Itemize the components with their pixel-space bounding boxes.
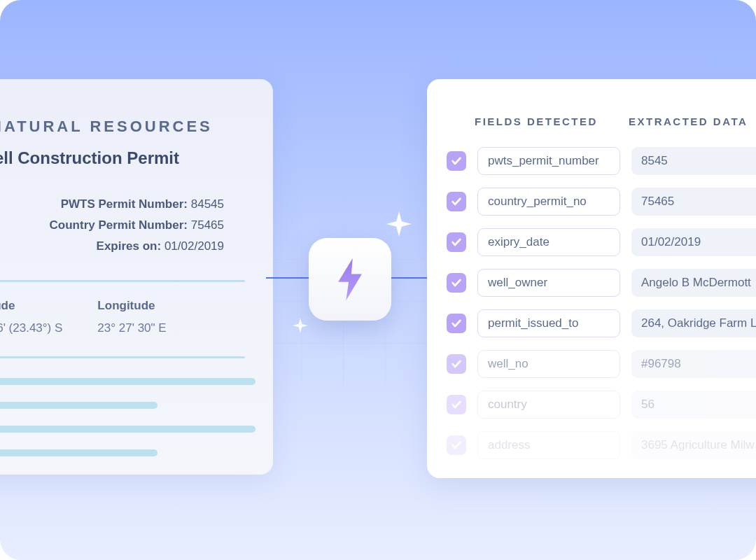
doc-title: ater Well Construction Permit <box>0 148 245 168</box>
col-value: 23° 27' 30" E <box>97 321 166 335</box>
extracted-data-header: EXTRACTED DATA <box>629 115 748 127</box>
field-value[interactable]: 56 <box>631 391 756 419</box>
field-checkbox[interactable] <box>447 435 466 455</box>
field-name[interactable]: address <box>477 431 620 459</box>
check-icon <box>451 399 462 410</box>
field-checkbox[interactable] <box>447 151 466 171</box>
field-value[interactable]: 8545 <box>631 147 756 175</box>
field-name[interactable]: well_owner <box>477 269 620 297</box>
meta-value: 75465 <box>191 218 224 232</box>
field-name[interactable]: country <box>477 391 620 419</box>
doc-meta-row: Country Permit Number: 75465 <box>0 218 224 232</box>
field-checkbox[interactable] <box>447 273 466 293</box>
field-name[interactable]: pwts_permit_number <box>477 147 620 175</box>
field-checkbox[interactable] <box>447 232 466 252</box>
extraction-card: FIELDS DETECTED EXTRACTED DATA pwts_perm… <box>427 79 756 478</box>
field-checkbox[interactable] <box>447 354 466 374</box>
skeleton-line <box>0 402 158 409</box>
field-name[interactable]: exipry_date <box>477 228 620 256</box>
extraction-row: well_no #96798 <box>447 350 756 378</box>
field-value[interactable]: 75465 <box>631 188 756 216</box>
extraction-row: pwts_permit_number 8545 <box>447 147 756 175</box>
col-header: Longitude <box>97 299 166 313</box>
meta-label: Expires on: <box>97 239 162 253</box>
field-name[interactable]: well_no <box>477 350 620 378</box>
skeleton-line <box>0 449 158 456</box>
extraction-row: country 56 <box>447 391 756 419</box>
field-value[interactable]: 264, Oakridge Farm L <box>631 309 756 337</box>
field-checkbox[interactable] <box>447 192 466 211</box>
extraction-row: country_permit_no 75465 <box>447 188 756 216</box>
doc-meta-row: Expires on: 01/02/2019 <box>0 239 224 253</box>
sparkle-icon <box>386 211 412 237</box>
separator <box>0 356 245 358</box>
skeleton-line <box>0 426 255 433</box>
extraction-row: permit_issued_to 264, Oakridge Farm L <box>447 309 756 337</box>
check-icon <box>451 196 462 207</box>
doc-meta-block: PWTS Permit Number: 84545 Country Permit… <box>0 197 245 253</box>
meta-label: PWTS Permit Number: <box>61 197 188 211</box>
meta-label: Country Permit Number: <box>50 218 188 232</box>
field-value[interactable]: Angelo B McDermott <box>631 269 756 297</box>
check-icon <box>451 237 462 248</box>
check-icon <box>451 155 462 167</box>
extraction-row: exipry_date 01/02/2019 <box>447 228 756 256</box>
fields-detected-header: FIELDS DETECTED <box>475 115 629 127</box>
doc-department-header: ENT OF NATURAL RESOURCES <box>0 118 245 136</box>
field-checkbox[interactable] <box>447 395 466 414</box>
extraction-row: address 3695 Agriculture Milw <box>447 431 756 459</box>
doc-col-longitude: Longitude 23° 27' 30" E <box>97 299 166 335</box>
check-icon <box>451 440 462 451</box>
field-name[interactable]: country_permit_no <box>477 188 620 216</box>
check-icon <box>451 318 462 329</box>
col-value: 23° 26' (23.43°) S <box>0 321 62 335</box>
separator <box>0 280 245 282</box>
meta-value: 01/02/2019 <box>164 239 224 253</box>
sparkle-icon <box>293 318 308 333</box>
doc-table: City Milwaukee Latitude 23° 26' (23.43°)… <box>0 299 245 335</box>
extraction-rows: pwts_permit_number 8545 country_permit_n… <box>447 147 756 459</box>
field-name[interactable]: permit_issued_to <box>477 309 620 337</box>
extraction-row: well_owner Angelo B McDermott <box>447 269 756 297</box>
processing-badge <box>309 238 391 321</box>
field-value[interactable]: 3695 Agriculture Milw <box>631 431 756 459</box>
field-value[interactable]: 01/02/2019 <box>631 228 756 256</box>
check-icon <box>451 358 462 370</box>
column-headers: FIELDS DETECTED EXTRACTED DATA <box>447 115 756 127</box>
canvas: ENT OF NATURAL RESOURCES ater Well Const… <box>0 0 756 560</box>
lightning-icon <box>334 258 366 300</box>
field-value[interactable]: #96798 <box>631 350 756 378</box>
doc-col-latitude: Latitude 23° 26' (23.43°) S <box>0 299 62 335</box>
field-checkbox[interactable] <box>447 314 466 333</box>
check-icon <box>451 277 462 288</box>
meta-value: 84545 <box>191 197 224 211</box>
col-header: Latitude <box>0 299 62 313</box>
source-document-card: ENT OF NATURAL RESOURCES ater Well Const… <box>0 79 273 475</box>
skeleton-line <box>0 378 255 385</box>
doc-meta-row: PWTS Permit Number: 84545 <box>0 197 224 211</box>
